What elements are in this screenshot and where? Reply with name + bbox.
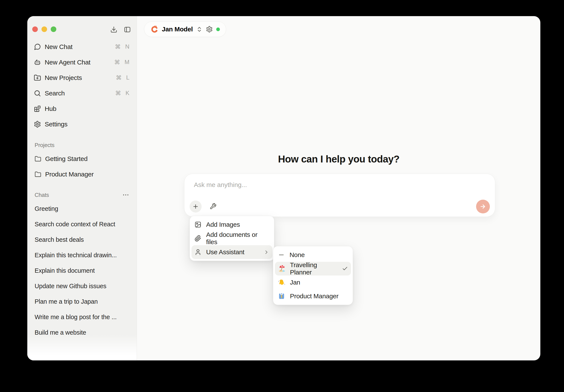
- chats-more-icon[interactable]: [122, 191, 129, 198]
- project-item-getting-started[interactable]: Getting Started: [27, 151, 137, 167]
- beach-umbrella-icon: [278, 265, 285, 272]
- message-input[interactable]: [194, 181, 469, 195]
- sidebar-item-label: Search: [45, 90, 65, 97]
- shortcut-hint: ⌘K: [115, 90, 129, 97]
- gear-icon: [34, 121, 41, 128]
- check-icon: [342, 266, 348, 272]
- sidebar-item-search[interactable]: Search ⌘K: [27, 85, 137, 101]
- sidebar-item-new-projects[interactable]: New Projects ⌘L: [27, 70, 137, 85]
- minimize-button[interactable]: [42, 27, 47, 32]
- sidebar-item-label: New Agent Chat: [45, 59, 90, 66]
- menu-item-label: Product Manager: [290, 293, 338, 300]
- attach-menu: Add Images Add documents or files Use As…: [190, 216, 274, 261]
- chevrons-up-down-icon[interactable]: [196, 26, 202, 32]
- chat-list-item[interactable]: Plan me a trip to Japan: [27, 294, 137, 309]
- sidebar-nav: New Chat ⌘N New Agent Chat ⌘M New Projec…: [27, 39, 137, 132]
- project-item-label: Product Manager: [45, 171, 94, 178]
- menu-item-add-documents[interactable]: Add documents or files: [192, 231, 272, 245]
- send-button[interactable]: [476, 200, 490, 213]
- projects-section: Projects Getting Started Product Manager: [27, 142, 137, 182]
- sidebar-item-label: Hub: [45, 105, 56, 112]
- necktie-shirt-icon: [278, 293, 285, 300]
- sidebar-item-hub[interactable]: Hub: [27, 101, 137, 116]
- model-status-dot: [216, 28, 220, 31]
- menu-item-label: Add documents or files: [206, 231, 269, 246]
- sidebar-item-settings[interactable]: Settings: [27, 116, 137, 132]
- waving-hand-icon: [278, 279, 285, 286]
- chat-list-item[interactable]: Explain this technical drawin...: [27, 247, 137, 263]
- download-icon[interactable]: [110, 26, 117, 33]
- menu-item-add-images[interactable]: Add Images: [192, 218, 272, 231]
- hub-blocks-icon: [34, 105, 41, 112]
- image-icon: [195, 221, 201, 228]
- zoom-button[interactable]: [51, 27, 56, 32]
- chat-list-item[interactable]: Search best deals: [27, 232, 137, 247]
- sidebar-item-label: New Projects: [45, 74, 82, 82]
- window-controls: [32, 27, 56, 32]
- chat-bubble-icon: [34, 43, 41, 51]
- app-window: New Chat ⌘N New Agent Chat ⌘M New Projec…: [27, 16, 540, 360]
- assistant-item-product-manager[interactable]: Product Manager: [275, 289, 351, 303]
- jan-logo-icon: [150, 25, 158, 33]
- folder-plus-icon: [34, 74, 41, 82]
- assistant-item-jan[interactable]: Jan: [275, 276, 351, 289]
- model-selector[interactable]: Jan Model: [144, 22, 226, 37]
- tools-wrench-icon[interactable]: [210, 203, 216, 210]
- chat-list-item[interactable]: Explain this document: [27, 263, 137, 278]
- projects-header: Projects: [27, 142, 137, 148]
- menu-item-label: None: [290, 251, 305, 259]
- close-button[interactable]: [32, 27, 38, 32]
- project-item-product-manager[interactable]: Product Manager: [27, 167, 137, 182]
- sidebar: New Chat ⌘N New Agent Chat ⌘M New Projec…: [27, 16, 137, 360]
- sidebar-item-new-agent-chat[interactable]: New Agent Chat ⌘M: [27, 55, 137, 70]
- project-item-label: Getting Started: [45, 155, 87, 163]
- assistant-submenu: None Travelling Planner: [273, 246, 353, 305]
- folder-icon: [35, 171, 41, 178]
- assistant-item-none[interactable]: None: [275, 248, 351, 262]
- user-icon: [195, 249, 201, 255]
- chat-list-item[interactable]: Write me a blog post for the ...: [27, 309, 137, 325]
- chat-list-item[interactable]: Greeting: [27, 201, 137, 216]
- chevron-right-icon: [264, 249, 269, 255]
- menu-item-label: Jan: [290, 279, 300, 286]
- search-icon: [34, 90, 41, 97]
- shortcut-hint: ⌘N: [115, 43, 130, 50]
- attach-plus-button[interactable]: [190, 200, 202, 212]
- menu-item-label: Add Images: [206, 221, 240, 228]
- dash-icon: [278, 252, 285, 258]
- page-title: How can I help you today?: [137, 153, 540, 165]
- robot-icon: [34, 59, 41, 66]
- menu-item-label: Travelling Planner: [290, 261, 337, 276]
- chats-header: Chats: [35, 192, 49, 198]
- model-settings-gear-icon[interactable]: [206, 26, 213, 33]
- sidebar-item-new-chat[interactable]: New Chat ⌘N: [27, 39, 137, 55]
- shortcut-hint: ⌘M: [114, 59, 130, 66]
- composer-card: [184, 174, 495, 217]
- assistant-item-travelling-planner[interactable]: Travelling Planner: [275, 262, 351, 276]
- paperclip-icon: [195, 235, 201, 242]
- shortcut-hint: ⌘L: [116, 74, 129, 81]
- chat-list-item[interactable]: Build me a website: [27, 325, 137, 340]
- toggle-sidebar-icon[interactable]: [124, 26, 131, 33]
- folder-icon: [35, 156, 41, 162]
- sidebar-item-label: New Chat: [45, 43, 72, 51]
- chat-list-item[interactable]: Search code context of React: [27, 216, 137, 232]
- sidebar-item-label: Settings: [45, 121, 68, 128]
- menu-item-label: Use Assistant: [206, 249, 244, 256]
- chat-list-item[interactable]: Update new Github issues: [27, 278, 137, 294]
- menu-item-use-assistant[interactable]: Use Assistant: [192, 245, 272, 259]
- model-name: Jan Model: [162, 26, 193, 33]
- chats-section: Chats Greeting Search code context of Re…: [27, 192, 137, 340]
